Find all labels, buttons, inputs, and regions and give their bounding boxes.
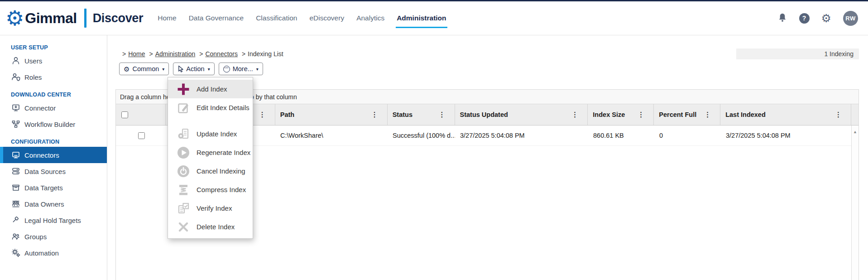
menu-item-regenerate-index[interactable]: Regenerate Index bbox=[168, 143, 253, 162]
user-icon bbox=[11, 56, 21, 65]
breadcrumb: >Home >Administration >Connectors >Index… bbox=[120, 50, 283, 58]
menu-item-add-index[interactable]: Add Index bbox=[168, 80, 253, 98]
column-menu-icon[interactable]: ⋮ bbox=[439, 111, 446, 119]
select-all-checkbox[interactable] bbox=[121, 111, 128, 118]
roles-shield-icon bbox=[11, 72, 21, 82]
gavel-icon bbox=[11, 216, 21, 225]
breadcrumb-connectors[interactable]: Connectors bbox=[205, 50, 238, 58]
pointer-icon bbox=[177, 65, 183, 73]
compress-icon bbox=[175, 182, 192, 198]
section-configuration: CONFIGURATION bbox=[0, 137, 107, 147]
verify-checklist-icon bbox=[175, 200, 192, 217]
nav-classification[interactable]: Classification bbox=[256, 14, 297, 22]
menu-item-verify-index[interactable]: Verify Index bbox=[168, 199, 253, 217]
server-stack-icon bbox=[11, 167, 21, 176]
brand-product: Discover bbox=[93, 11, 144, 25]
menu-item-update-index[interactable]: Update Index bbox=[168, 125, 253, 143]
menu-item-delete-index[interactable]: Delete Index bbox=[168, 217, 253, 236]
sidebar-item-automation[interactable]: Automation bbox=[0, 245, 107, 261]
nav-data-governance[interactable]: Data Governance bbox=[189, 14, 244, 22]
sidebar-item-roles[interactable]: Roles bbox=[0, 69, 107, 85]
column-menu-icon[interactable]: ⋮ bbox=[835, 111, 842, 119]
app-header: ⚙ Gimmal Discover Home Data Governance C… bbox=[0, 1, 868, 35]
chevron-down-icon: ▾ bbox=[208, 67, 210, 72]
scroll-up-icon[interactable]: ▲ bbox=[852, 126, 858, 134]
column-header-percent-full[interactable]: Percent Full ⋮ bbox=[654, 104, 720, 125]
brand-logo[interactable]: ⚙ Gimmal Discover bbox=[5, 8, 143, 29]
workflow-icon bbox=[11, 120, 21, 129]
action-menu-button[interactable]: Action ▾ bbox=[173, 63, 214, 75]
menu-item-cancel-indexing[interactable]: Cancel Indexing bbox=[168, 162, 253, 180]
people-group-icon bbox=[11, 199, 21, 208]
update-index-icon bbox=[175, 126, 192, 142]
cell-index-size: 860.61 KB bbox=[588, 132, 654, 139]
settings-gear-icon[interactable]: ⚙ bbox=[821, 13, 831, 24]
menu-item-edit-index-details[interactable]: Edit Index Details bbox=[168, 98, 253, 117]
box-icon bbox=[11, 183, 21, 192]
notifications-bell-icon[interactable] bbox=[777, 13, 787, 24]
column-header-path[interactable]: Path ⋮ bbox=[275, 104, 388, 125]
column-header-status-updated[interactable]: Status Updated ⋮ bbox=[455, 104, 588, 125]
nav-ediscovery[interactable]: eDiscovery bbox=[309, 14, 344, 22]
gear-icon: ⚙ bbox=[124, 66, 129, 72]
chevron-down-icon: ▾ bbox=[256, 67, 259, 72]
sidebar-item-data-owners[interactable]: Data Owners bbox=[0, 196, 107, 212]
cell-percent-full: 0 bbox=[654, 132, 721, 139]
power-circle-icon bbox=[175, 163, 192, 179]
column-header-index-size[interactable]: Index Size ⋮ bbox=[588, 104, 654, 125]
more-menu-button[interactable]: ⋯ More... ▾ bbox=[219, 63, 263, 75]
section-download-center: DOWNLOAD CENTER bbox=[0, 90, 107, 100]
column-header-last-indexed[interactable]: Last Indexed ⋮ bbox=[720, 104, 851, 125]
sidebar-item-workflow-builder[interactable]: Workflow Builder bbox=[0, 116, 107, 132]
cell-status-updated: 3/27/2025 5:04:08 PM bbox=[455, 132, 588, 139]
grid-toolbar: ⚙ Common ▾ Action ▾ ⋯ More... ▾ bbox=[119, 63, 263, 75]
play-circle-icon bbox=[175, 145, 192, 161]
breadcrumb-home[interactable]: Home bbox=[128, 50, 145, 58]
groups-icon bbox=[11, 232, 21, 241]
sidebar-item-data-sources[interactable]: Data Sources bbox=[0, 163, 107, 179]
nav-administration[interactable]: Administration bbox=[397, 14, 446, 22]
cell-status: Successful (100% d... bbox=[388, 132, 455, 139]
indexing-count-badge: 1 Indexing bbox=[736, 48, 859, 59]
main-content: >Home >Administration >Connectors >Index… bbox=[107, 35, 868, 280]
header-scrollbar-cap bbox=[851, 104, 858, 125]
sidebar-item-users[interactable]: Users bbox=[0, 53, 107, 69]
download-monitor-icon bbox=[11, 103, 21, 112]
chevron-down-icon: ▾ bbox=[162, 67, 164, 72]
cell-path: C:\WorkShare\ bbox=[275, 132, 388, 139]
common-menu-button[interactable]: ⚙ Common ▾ bbox=[119, 63, 169, 75]
column-menu-icon[interactable]: ⋮ bbox=[571, 111, 578, 119]
cell-last-indexed: 3/27/2025 5:04:08 PM bbox=[721, 132, 852, 139]
breadcrumb-current: Indexing List bbox=[248, 50, 283, 58]
breadcrumb-administration[interactable]: Administration bbox=[155, 50, 196, 58]
sidebar: USER SETUP Users Roles DOWNLOAD CENTER C… bbox=[0, 35, 107, 280]
monitor-icon bbox=[11, 150, 21, 159]
sidebar-item-connector-download[interactable]: Connector bbox=[0, 100, 107, 116]
column-menu-icon[interactable]: ⋮ bbox=[371, 111, 378, 119]
brand-divider bbox=[84, 9, 86, 28]
select-all-checkbox-cell bbox=[116, 104, 166, 125]
column-menu-icon[interactable]: ⋮ bbox=[638, 111, 644, 119]
sidebar-item-data-targets[interactable]: Data Targets bbox=[0, 179, 107, 196]
column-header-status[interactable]: Status ⋮ bbox=[388, 104, 455, 125]
user-avatar[interactable]: RW bbox=[843, 11, 858, 26]
column-menu-icon[interactable]: ⋮ bbox=[704, 111, 711, 119]
edit-icon bbox=[175, 100, 192, 116]
x-icon bbox=[175, 219, 192, 235]
nav-analytics[interactable]: Analytics bbox=[356, 14, 384, 22]
plus-icon bbox=[175, 81, 192, 97]
ellipsis-circle-icon: ⋯ bbox=[223, 66, 230, 72]
menu-item-compress-index[interactable]: Compress Index bbox=[168, 180, 253, 199]
action-dropdown-menu: Add Index Edit Index Details Update Inde… bbox=[168, 77, 253, 239]
row-checkbox[interactable] bbox=[138, 132, 145, 139]
brand-company: Gimmal bbox=[25, 10, 77, 27]
gimmal-gear-icon: ⚙ bbox=[5, 8, 24, 29]
sidebar-item-groups[interactable]: Groups bbox=[0, 228, 107, 245]
vertical-scrollbar[interactable]: ▲ bbox=[851, 126, 858, 280]
sidebar-item-legal-hold-targets[interactable]: Legal Hold Targets bbox=[0, 212, 107, 228]
automation-gears-icon bbox=[11, 248, 21, 257]
sidebar-item-connectors[interactable]: Connectors bbox=[0, 147, 107, 163]
nav-home[interactable]: Home bbox=[158, 14, 176, 22]
column-menu-icon[interactable]: ⋮ bbox=[259, 111, 266, 119]
help-icon[interactable]: ? bbox=[799, 13, 810, 24]
